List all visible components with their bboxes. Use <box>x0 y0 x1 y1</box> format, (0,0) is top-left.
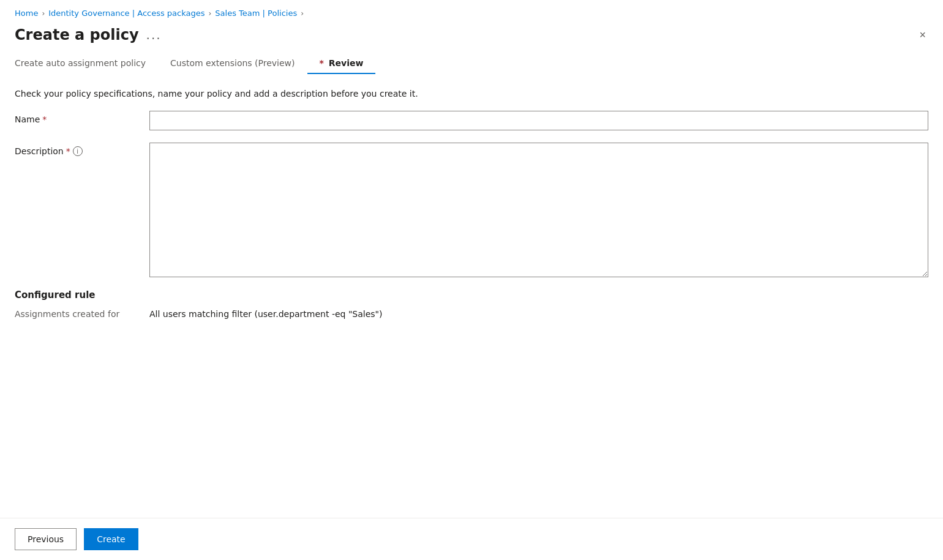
breadcrumb-separator-3: › <box>301 9 304 18</box>
form-area: Check your policy specifications, name y… <box>0 89 943 277</box>
description-required-star: * <box>66 146 70 156</box>
tab-custom-extensions[interactable]: Custom extensions (Preview) <box>158 53 307 74</box>
breadcrumb-separator-1: › <box>42 9 45 18</box>
previous-button[interactable]: Previous <box>15 528 77 550</box>
description-label: Description * i <box>15 143 149 156</box>
form-description: Check your policy specifications, name y… <box>15 89 928 99</box>
tab-auto-assignment[interactable]: Create auto assignment policy <box>15 53 158 74</box>
close-button[interactable]: × <box>917 27 928 43</box>
description-textarea[interactable] <box>149 143 928 277</box>
breadcrumb-sales-team[interactable]: Sales Team | Policies <box>215 9 297 18</box>
breadcrumb-separator-2: › <box>209 9 212 18</box>
more-options-button[interactable]: ... <box>146 28 162 42</box>
rule-row: Assignments created for All users matchi… <box>15 309 928 319</box>
page-header: Create a policy ... × <box>0 24 943 53</box>
tab-custom-extensions-label: Custom extensions (Preview) <box>170 58 295 68</box>
footer: Previous Create <box>0 518 943 560</box>
name-label: Name * <box>15 111 149 124</box>
breadcrumb: Home › Identity Governance | Access pack… <box>0 0 943 24</box>
tab-auto-assignment-label: Create auto assignment policy <box>15 58 146 68</box>
configured-rule-section: Configured rule Assignments created for … <box>0 289 943 319</box>
breadcrumb-home[interactable]: Home <box>15 9 38 18</box>
wizard-tabs: Create auto assignment policy Custom ext… <box>0 53 943 74</box>
configured-rule-title: Configured rule <box>15 289 928 301</box>
tab-review-label: Review <box>329 58 364 68</box>
assignments-label: Assignments created for <box>15 309 149 319</box>
create-button[interactable]: Create <box>84 528 138 550</box>
tab-review-required-star: * <box>320 58 327 68</box>
breadcrumb-identity-governance[interactable]: Identity Governance | Access packages <box>48 9 205 18</box>
name-required-star: * <box>42 114 47 124</box>
page-title: Create a policy <box>15 26 139 43</box>
description-info-icon[interactable]: i <box>73 146 83 156</box>
tab-review[interactable]: * Review <box>307 53 376 74</box>
name-row: Name * <box>15 111 928 130</box>
assignments-value: All users matching filter (user.departme… <box>149 309 383 319</box>
page-title-area: Create a policy ... <box>15 26 162 43</box>
name-input[interactable] <box>149 111 928 130</box>
description-row: Description * i <box>15 143 928 277</box>
